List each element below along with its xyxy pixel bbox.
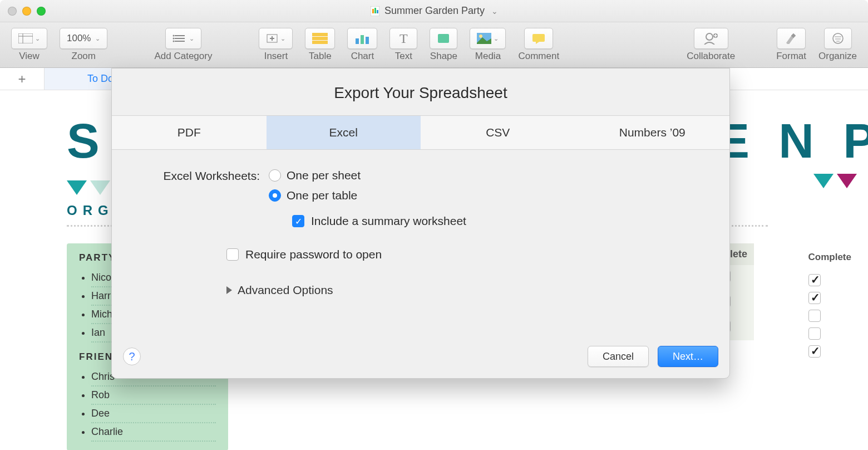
add-category-label: Add Category xyxy=(154,51,212,62)
add-category-button[interactable]: ⌄ Add Category xyxy=(154,28,212,62)
friends-list: ChrisRobDeeCharlie xyxy=(79,368,216,442)
export-tab-csv[interactable]: CSV xyxy=(421,116,575,149)
radio-one-per-sheet-label: One per sheet xyxy=(287,169,361,182)
bunting-decoration-right xyxy=(813,174,857,188)
format-label: Format xyxy=(776,51,806,62)
comment-button[interactable]: Comment xyxy=(518,28,559,62)
media-label: Media xyxy=(475,51,501,62)
export-tab-excel[interactable]: Excel xyxy=(267,116,421,149)
add-sheet-button[interactable]: + xyxy=(0,68,45,90)
chart-button[interactable]: Chart xyxy=(347,28,377,62)
checkbox-icon[interactable] xyxy=(808,274,821,286)
svg-rect-0 xyxy=(371,6,379,16)
export-tab-pdf[interactable]: PDF xyxy=(112,116,267,149)
close-window-button[interactable] xyxy=(8,7,17,16)
svg-marker-26 xyxy=(536,42,539,44)
summary-checkbox[interactable]: ✓ Include a summary worksheet xyxy=(292,214,466,228)
text-label: Text xyxy=(395,51,412,62)
shape-button[interactable]: Shape xyxy=(430,28,457,62)
maximize-window-button[interactable] xyxy=(37,7,46,16)
window-traffic-lights xyxy=(8,7,46,16)
advanced-options-toggle[interactable]: Advanced Options xyxy=(226,283,704,297)
toolbar: ⌄ View 100%⌄ Zoom ⌄ Add Category ⌄ Inser… xyxy=(0,22,868,68)
list-item: Dee xyxy=(91,405,216,423)
checkbox-icon[interactable] xyxy=(808,292,821,304)
media-button[interactable]: ⌄ Media xyxy=(470,28,506,62)
radio-icon xyxy=(269,169,281,182)
radio-one-per-sheet[interactable]: One per sheet xyxy=(269,169,466,182)
format-button[interactable]: Format xyxy=(776,28,806,62)
svg-rect-4 xyxy=(18,33,33,43)
svg-point-10 xyxy=(172,35,174,37)
window-title: Summer Garden Party ⌄ xyxy=(0,5,868,17)
svg-rect-19 xyxy=(356,38,359,44)
svg-rect-1 xyxy=(372,9,374,13)
chart-label: Chart xyxy=(351,51,374,62)
svg-point-11 xyxy=(172,38,174,40)
shape-label: Shape xyxy=(430,51,457,62)
zoom-button[interactable]: 100%⌄ Zoom xyxy=(60,28,107,62)
advanced-options-label: Advanced Options xyxy=(238,283,333,297)
svg-rect-2 xyxy=(374,8,376,13)
checkbox-icon xyxy=(226,248,239,261)
cancel-button[interactable]: Cancel xyxy=(588,346,649,367)
zoom-value: 100% xyxy=(67,33,91,44)
sheet-tab-label: To Do xyxy=(87,73,114,85)
zoom-label: Zoom xyxy=(72,51,96,62)
comment-label: Comment xyxy=(518,51,559,62)
summary-checkbox-label: Include a summary worksheet xyxy=(311,214,466,228)
view-button[interactable]: ⌄ View xyxy=(11,28,47,62)
complete-header-peek: Complete xyxy=(808,252,851,263)
svg-rect-16 xyxy=(312,33,328,36)
list-item: Rob xyxy=(91,387,216,405)
radio-one-per-table[interactable]: One per table xyxy=(269,189,466,202)
export-dialog: Export Your Spreadsheet PDFExcelCSVNumbe… xyxy=(111,68,730,379)
insert-button[interactable]: ⌄ Insert xyxy=(259,28,293,62)
list-item: Charlie xyxy=(91,423,216,442)
svg-point-12 xyxy=(172,41,174,42)
disclosure-triangle-icon xyxy=(226,286,232,294)
svg-rect-20 xyxy=(361,35,364,44)
minimize-window-button[interactable] xyxy=(22,7,31,16)
svg-point-33 xyxy=(833,33,843,43)
export-dialog-title: Export Your Spreadsheet xyxy=(112,69,729,115)
export-tab-numbers09[interactable]: Numbers ’09 xyxy=(575,116,730,149)
view-label: View xyxy=(19,51,40,62)
title-dropdown-icon[interactable]: ⌄ xyxy=(491,7,498,16)
table-label: Table xyxy=(309,51,332,62)
table-button[interactable]: Table xyxy=(305,28,335,62)
window-titlebar: Summer Garden Party ⌄ xyxy=(0,0,868,22)
visible-complete-column: Complete xyxy=(808,252,851,363)
svg-rect-22 xyxy=(438,34,449,43)
svg-point-27 xyxy=(706,33,713,40)
password-checkbox[interactable]: Require password to open xyxy=(226,248,704,261)
radio-icon xyxy=(269,189,281,202)
svg-rect-18 xyxy=(312,41,328,44)
text-button[interactable]: T Text xyxy=(389,28,417,62)
checkbox-icon[interactable] xyxy=(808,327,821,340)
collaborate-label: Collaborate xyxy=(687,51,735,62)
password-checkbox-label: Require password to open xyxy=(245,248,382,261)
svg-rect-3 xyxy=(377,10,378,13)
svg-rect-21 xyxy=(366,37,369,44)
organize-label: Organize xyxy=(818,51,857,62)
collaborate-button[interactable]: Collaborate xyxy=(687,28,735,62)
worksheets-label: Excel Worksheets: xyxy=(137,169,260,183)
checkbox-icon: ✓ xyxy=(292,215,304,227)
svg-point-24 xyxy=(479,35,482,38)
radio-one-per-table-label: One per table xyxy=(287,189,357,202)
document-icon xyxy=(370,6,380,16)
insert-label: Insert xyxy=(264,51,288,62)
svg-rect-25 xyxy=(532,34,545,42)
export-tabs: PDFExcelCSVNumbers ’09 xyxy=(112,115,729,150)
next-button[interactable]: Next… xyxy=(658,346,718,367)
organize-button[interactable]: Organize xyxy=(818,28,857,62)
checkbox-icon[interactable] xyxy=(808,310,821,322)
svg-rect-17 xyxy=(312,37,328,40)
help-button[interactable]: ? xyxy=(123,348,141,365)
checkbox-icon[interactable] xyxy=(808,345,821,358)
window-title-text: Summer Garden Party xyxy=(384,5,485,17)
